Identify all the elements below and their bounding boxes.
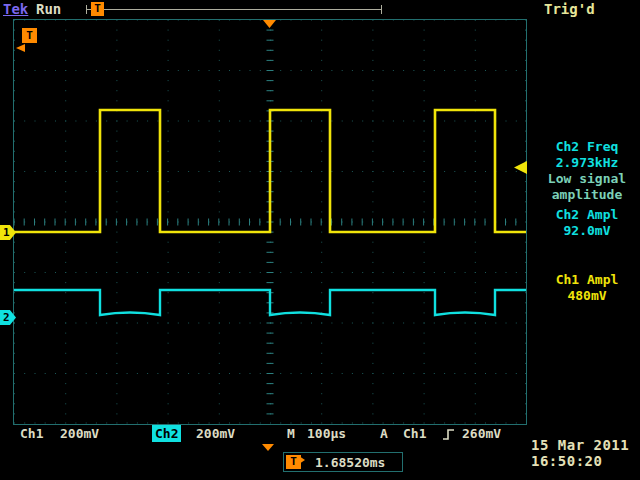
measurement-ch2-freq: Ch2 Freq 2.973kHz <box>534 139 640 171</box>
record-bar-right-tick <box>381 5 382 14</box>
record-view-bar: T <box>86 2 382 16</box>
measurement-label: Ch1 Ampl <box>534 272 640 288</box>
measurement-ch2-ampl: Ch2 Ampl 92.0mV <box>534 207 640 239</box>
waveform-display <box>14 20 526 424</box>
measurement-warning: Low signal amplitude <box>534 171 640 203</box>
delay-readout: T 1.68520ms <box>283 452 403 472</box>
record-bar-line <box>86 9 382 10</box>
measurement-value: 92.0mV <box>534 223 640 239</box>
timebase-label: M <box>287 424 295 443</box>
measurement-label: Ch2 Ampl <box>534 207 640 223</box>
ch1-volts-per-div: 200mV <box>60 424 99 443</box>
rising-edge-icon <box>442 427 456 446</box>
delay-marker-icon <box>262 444 274 451</box>
trigger-mode-label: A <box>380 424 388 443</box>
measurement-value: 480mV <box>534 288 640 304</box>
ch1-label: Ch1 <box>20 424 43 443</box>
ch2-volts-per-div: 200mV <box>196 424 235 443</box>
warning-line-2: amplitude <box>534 187 640 203</box>
trigger-source: Ch1 <box>403 424 426 443</box>
trigger-level-value: 260mV <box>462 424 501 443</box>
timebase-value: 100μs <box>307 424 346 443</box>
delay-trigger-marker-icon: T <box>286 455 301 469</box>
warning-line-1: Low signal <box>534 171 640 187</box>
delay-arrow-icon <box>299 456 305 464</box>
delay-value: 1.68520ms <box>315 455 385 470</box>
oscilloscope-screen: Tek Run T Trig'd T 1 2 Ch2 Freq 2.973kHz… <box>0 0 640 480</box>
measurement-value: 2.973kHz <box>534 155 640 171</box>
tek-logo: Tek <box>3 1 28 17</box>
record-trigger-marker-icon: T <box>91 2 104 16</box>
trigger-status: Trig'd <box>544 1 595 17</box>
measurement-ch1-ampl: Ch1 Ampl 480mV <box>534 272 640 304</box>
measurement-label: Ch2 Freq <box>534 139 640 155</box>
date-display: 15 Mar 2011 <box>531 437 629 453</box>
graticule: T <box>13 19 527 425</box>
ch2-label-badge: Ch2 <box>152 425 181 442</box>
trigger-offscreen-marker: T <box>22 28 37 43</box>
time-display: 16:50:20 <box>531 453 602 469</box>
acquisition-status: Run <box>36 1 61 17</box>
